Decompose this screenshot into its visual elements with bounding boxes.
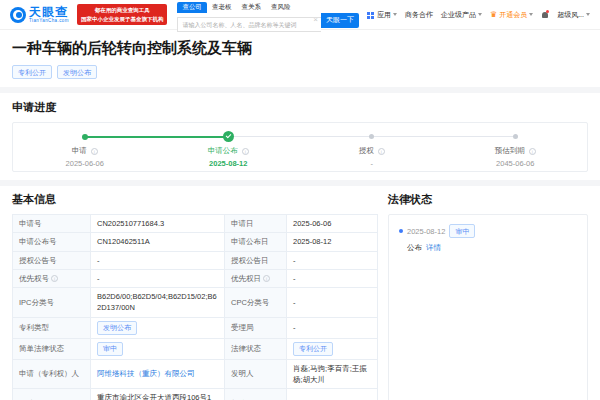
info-icon	[263, 275, 270, 282]
header-nav: 应用 商务合作 企业级产品 ♛ 开通会员 超级风...	[367, 10, 590, 20]
field-label: IPC分类号	[13, 288, 91, 318]
search-tab-4[interactable]: 查风险	[266, 2, 296, 13]
progress-step-label: 授权	[359, 146, 385, 156]
page-title: 一种车辆的后轮转向控制系统及车辆	[12, 39, 588, 58]
brand-domain: TianYanCha.com	[29, 19, 69, 24]
field-label: 优先权号	[13, 269, 91, 287]
progress-dot	[82, 134, 88, 140]
crown-icon: ♛	[490, 11, 497, 19]
field-value: -	[287, 269, 378, 287]
tianyancha-logo[interactable]: 天眼查 TianYanCha.com	[10, 6, 69, 24]
top-header: 天眼查 TianYanCha.com 都在用的商业查询工具 国家中小企业发展子基…	[0, 0, 600, 30]
field-value: 重庆市渝北区金开大道西段106号1幢1层24号	[91, 389, 225, 400]
table-row: 申请号CN202510771684.3申请日2025-06-06	[13, 215, 378, 233]
progress-step-date: -	[371, 159, 374, 168]
search-tab-1[interactable]: 查公司	[177, 2, 207, 13]
progress-timeline-box: 申请2025-06-06申请公布2025-08-12授权-预估到期2045-06…	[12, 122, 588, 172]
table-row: 专利类型发明公布受理局-	[13, 317, 378, 338]
legal-action-label: 公布	[407, 243, 422, 253]
info-icon	[51, 275, 58, 282]
brand-name: 天眼查	[29, 6, 69, 18]
progress-step: 申请公布2025-08-12	[157, 131, 301, 168]
nav-apps[interactable]: 应用	[367, 10, 397, 20]
field-label: 申请（专利权）人	[13, 359, 91, 389]
progress-dot	[513, 134, 518, 139]
basic-info-section: 基本信息 申请号CN202510771684.3申请日2025-06-06申请公…	[12, 192, 378, 400]
nav-enterprise-products-label: 企业级产品	[441, 10, 476, 20]
legal-status-box: 2025-08-12审中公布详情	[388, 214, 588, 400]
legal-status-title: 法律状态	[388, 192, 588, 207]
search-block: 查公司查老板查关系查风险 × 天眼一下	[177, 2, 359, 28]
nav-apps-label: 应用	[377, 10, 391, 20]
progress-step-label: 申请公布	[208, 146, 249, 156]
search-button[interactable]: 天眼一下	[321, 13, 359, 28]
entity-link[interactable]: 阿维塔科技（重庆）有限公司	[97, 369, 195, 378]
eye-logo-icon	[10, 7, 26, 23]
field-label: 邮编	[225, 389, 287, 400]
nav-account[interactable]: 超级风...	[557, 10, 590, 20]
patent-tag-public: 专利公开	[12, 65, 52, 79]
notifications-bell[interactable]	[541, 10, 549, 19]
promo-line2: 国家中小企业发展子基金旗下机构	[81, 15, 164, 24]
chevron-down-icon	[586, 13, 590, 16]
table-row: IPC分类号B62D6/00;B62D5/04;B62D15/02;B62D13…	[13, 288, 378, 318]
field-label: CPC分类号	[225, 288, 287, 318]
progress-step-label: 预估到期	[495, 146, 536, 156]
promo-banner: 都在用的商业查询工具 国家中小企业发展子基金旗下机构	[77, 4, 168, 26]
table-row: 优先权号-优先权日-	[13, 269, 378, 287]
field-label: 申请公布日	[225, 233, 287, 251]
table-row: 申请（专利权）人阿维塔科技（重庆）有限公司发明人肖磊;马驹;李百青;王振杨;胡大…	[13, 359, 378, 389]
field-value: 审中	[91, 338, 225, 359]
nav-business-coop-label: 商务合作	[405, 10, 433, 20]
patent-tag-invention: 发明公布	[57, 65, 97, 79]
legal-entry: 2025-08-12审中	[399, 224, 577, 238]
field-value: CN120462511A	[91, 233, 225, 251]
info-icon	[91, 148, 98, 155]
nav-enterprise-products[interactable]: 企业级产品	[441, 10, 482, 20]
field-value: 专利公开	[287, 338, 378, 359]
field-value: 401121	[287, 389, 378, 400]
detail-link[interactable]: 详情	[426, 243, 441, 253]
bullet-dot	[399, 229, 403, 233]
progress-dot	[369, 134, 374, 139]
chevron-down-icon	[393, 13, 397, 16]
field-label: 授权公告日	[225, 251, 287, 269]
progress-step-date: 2045-06-06	[496, 159, 534, 168]
patent-title-section: 一种车辆的后轮转向控制系统及车辆 专利公开 发明公布	[0, 30, 600, 87]
bell-icon	[541, 10, 549, 19]
search-input[interactable]	[177, 17, 321, 32]
field-label: 专利类型	[13, 317, 91, 338]
field-value: 发明公布	[91, 317, 225, 338]
nav-account-label: 超级风...	[557, 10, 584, 20]
progress-dot	[223, 131, 234, 142]
clear-icon[interactable]: ×	[313, 16, 318, 24]
field-label: 发明人	[225, 359, 287, 389]
search-tab-2[interactable]: 查老板	[207, 2, 237, 13]
field-value: -	[91, 269, 225, 287]
field-value: B62D6/00;B62D5/04;B62D15/02;B62D137/00N	[91, 288, 225, 318]
nav-membership[interactable]: ♛ 开通会员	[490, 10, 533, 20]
field-label: 申请日	[225, 215, 287, 233]
field-label: 简单法律状态	[13, 338, 91, 359]
field-value: -	[287, 288, 378, 318]
progress-step-date: 2025-06-06	[66, 159, 104, 168]
nav-membership-label: 开通会员	[499, 10, 527, 20]
field-label: 优先权日	[225, 269, 287, 287]
field-label: 授权公告号	[13, 251, 91, 269]
apps-grid-icon	[367, 11, 375, 19]
search-tab-3[interactable]: 查关系	[236, 2, 266, 13]
status-tag: 发明公布	[97, 321, 137, 335]
chevron-down-icon	[478, 13, 482, 16]
field-label: 受理局	[225, 317, 287, 338]
nav-business-coop[interactable]: 商务合作	[405, 10, 433, 20]
progress-step-label: 申请	[72, 146, 98, 156]
progress-step-date: 2025-08-12	[209, 159, 247, 168]
legal-status-section: 法律状态 2025-08-12审中公布详情	[388, 192, 588, 400]
field-label: 地址	[13, 389, 91, 400]
promo-line1: 都在用的商业查询工具	[81, 6, 164, 15]
basic-info-title: 基本信息	[12, 192, 378, 207]
progress-section-title: 申请进度	[12, 100, 588, 115]
table-row: 简单法律状态审中法律状态专利公开	[13, 338, 378, 359]
main-content: 基本信息 申请号CN202510771684.3申请日2025-06-06申请公…	[0, 186, 600, 400]
basic-info-table: 申请号CN202510771684.3申请日2025-06-06申请公布号CN1…	[12, 214, 378, 400]
